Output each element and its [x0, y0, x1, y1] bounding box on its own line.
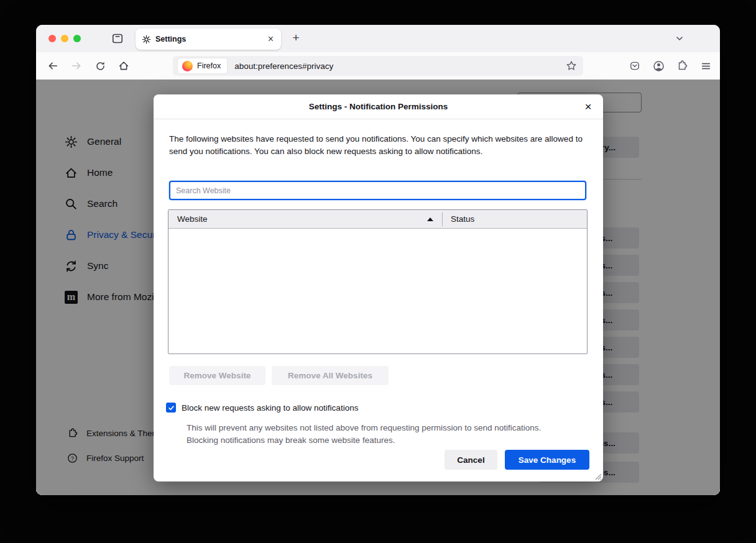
new-tab-button[interactable]: +	[288, 31, 303, 45]
checkbox-checked-icon[interactable]	[166, 403, 176, 413]
screenshot-stage: Settings × +	[0, 0, 756, 543]
dialog-title: Settings - Notification Permissions	[154, 94, 603, 119]
macos-zoom-button[interactable]	[73, 35, 81, 42]
firefox-logo-icon	[182, 61, 193, 71]
notification-permissions-dialog: Settings - Notification Permissions × Th…	[154, 94, 603, 481]
tab-bar: Settings × +	[36, 25, 720, 52]
account-icon[interactable]	[652, 59, 665, 73]
tab-title: Settings	[155, 35, 262, 43]
list-tabs-chevron-icon[interactable]	[674, 33, 685, 44]
remove-all-websites-button[interactable]: Remove All Websites	[272, 366, 389, 385]
site-identity-label: Firefox	[197, 62, 221, 70]
pocket-icon[interactable]	[628, 59, 642, 73]
block-requests-checkbox-row[interactable]: Block new requests asking to allow notif…	[166, 403, 358, 413]
url-bar[interactable]: Firefox about:preferences#privacy	[173, 56, 583, 76]
back-button[interactable]	[46, 59, 60, 73]
tab-gear-icon	[142, 35, 151, 44]
cancel-button[interactable]: Cancel	[445, 450, 497, 470]
table-body-empty[interactable]	[168, 229, 587, 354]
dialog-description: The following websites have requested to…	[169, 133, 592, 157]
dialog-close-icon[interactable]: ×	[581, 99, 596, 114]
column-header-website[interactable]: Website	[168, 214, 442, 224]
site-identity-chip[interactable]: Firefox	[178, 58, 227, 73]
page-content: General Home Search Privacy & Security S…	[36, 80, 720, 495]
dialog-resize-handle[interactable]	[594, 472, 602, 480]
tab-settings[interactable]: Settings ×	[136, 29, 281, 50]
macos-close-button[interactable]	[48, 35, 56, 42]
remove-buttons-row: Remove Website Remove All Websites	[169, 366, 389, 385]
macos-minimize-button[interactable]	[61, 35, 68, 42]
forward-button	[70, 59, 83, 73]
app-menu-hamburger-icon[interactable]	[699, 59, 712, 73]
permissions-table[interactable]: Website Status	[168, 209, 588, 354]
navigation-toolbar: Firefox about:preferences#privacy	[36, 52, 720, 80]
dialog-header: Settings - Notification Permissions ×	[154, 94, 603, 119]
dialog-footer: Cancel Save Changes	[445, 450, 589, 470]
home-button[interactable]	[117, 59, 131, 73]
checkbox-note: This will prevent any websites not liste…	[187, 422, 572, 446]
column-header-status[interactable]: Status	[443, 214, 587, 224]
browser-window: Settings × +	[36, 25, 720, 495]
tab-manager-icon[interactable]	[111, 32, 124, 45]
remove-website-button[interactable]: Remove Website	[169, 366, 265, 385]
search-website-input[interactable]	[169, 181, 586, 200]
reload-button[interactable]	[93, 59, 107, 73]
url-text[interactable]: about:preferences#privacy	[234, 62, 566, 71]
save-changes-button[interactable]: Save Changes	[505, 450, 589, 470]
checkbox-label[interactable]: Block new requests asking to allow notif…	[182, 403, 358, 413]
sort-ascending-icon	[427, 217, 433, 221]
bookmark-star-icon[interactable]	[566, 60, 577, 71]
tab-close-icon[interactable]: ×	[267, 34, 275, 44]
extensions-puzzle-icon[interactable]	[675, 59, 689, 73]
table-header: Website Status	[168, 210, 587, 229]
website-column-label: Website	[177, 214, 208, 224]
